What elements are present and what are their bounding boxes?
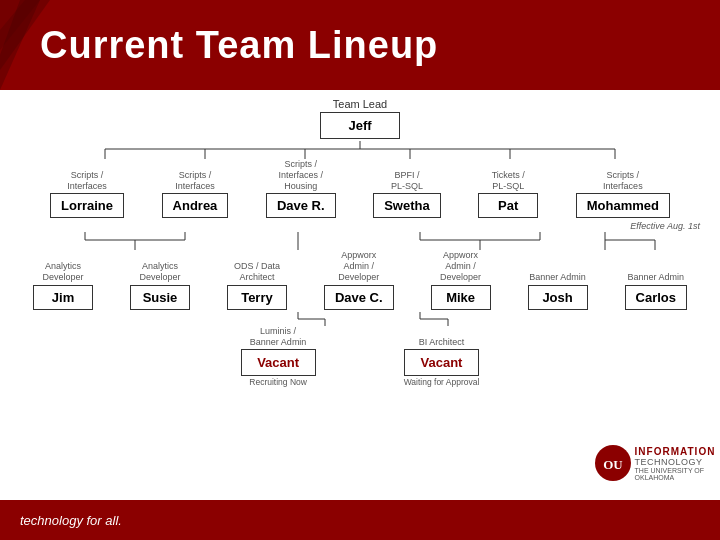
header-bar: Current Team Lineup	[0, 0, 720, 90]
vacant2-subnote: Waiting for Approval	[404, 377, 480, 387]
vacant2-role: BI Architect	[419, 337, 465, 348]
terry-role: ODS / DataArchitect	[234, 261, 280, 283]
jim-role: AnalyticsDeveloper	[42, 261, 83, 283]
logo-information: INFORMATION	[635, 446, 716, 457]
page-title: Current Team Lineup	[40, 24, 438, 67]
person-susie: Susie	[130, 285, 190, 310]
swetha-role: BPFI /PL-SQL	[391, 170, 423, 192]
effective-note: Effective Aug. 1st	[630, 221, 700, 231]
team-lead-label: Team Lead	[333, 98, 387, 110]
level3-carlos-col: Banner Admin Carlos	[625, 272, 687, 310]
footer-bar: technology for all.	[0, 500, 720, 540]
svg-text:OU: OU	[603, 457, 623, 472]
pat-role: Tickets /PL-SQL	[492, 170, 525, 192]
org-chart: Team Lead Jeff Scripts /Interfaces	[10, 98, 710, 389]
person-terry: Terry	[227, 285, 287, 310]
person-andrea: Andrea	[162, 193, 229, 218]
level2-row: Scripts /Interfaces Lorraine Scripts /In…	[40, 159, 680, 218]
lorraine-role: Scripts /Interfaces	[67, 170, 107, 192]
level1-jeff-col: Jeff	[320, 112, 400, 139]
footer-tagline: technology for all.	[20, 513, 122, 528]
level3-josh-col: Banner Admin Josh	[528, 272, 588, 310]
level3-susie-col: AnalyticsDeveloper Susie	[130, 261, 190, 310]
person-vacant1: Vacant	[241, 349, 316, 376]
daver-role: Scripts /Interfaces /Housing	[278, 159, 323, 191]
person-lorraine: Lorraine	[50, 193, 124, 218]
connector-l3-to-l4	[30, 312, 690, 326]
level1-row: Jeff	[10, 112, 710, 139]
level4-row: Luminis /Banner Admin Vacant Recruiting …	[30, 326, 690, 388]
vacant1-subnote: Recruiting Now	[249, 377, 307, 387]
level3-terry-col: ODS / DataArchitect Terry	[227, 261, 287, 310]
person-vacant2: Vacant	[404, 349, 479, 376]
level3-row: AnalyticsDeveloper Jim AnalyticsDevelope…	[25, 250, 695, 309]
it-logo-text: INFORMATION TECHNOLOGY THE UNIVERSITY OF…	[635, 446, 716, 481]
mike-role: AppworxAdmin /Developer	[440, 250, 481, 282]
vacant1-role: Luminis /Banner Admin	[250, 326, 307, 348]
level3-jim-col: AnalyticsDeveloper Jim	[33, 261, 93, 310]
deco-top-left	[0, 0, 70, 90]
connector-jeff-to-l2	[50, 141, 670, 159]
andrea-role: Scripts /Interfaces	[175, 170, 215, 192]
level4-vacant2-col: BI Architect Vacant Waiting for Approval	[404, 337, 480, 388]
level3-davec-col: AppworxAdmin /Developer Dave C.	[324, 250, 394, 309]
ou-logo-circle: OU	[595, 445, 631, 481]
person-jeff: Jeff	[320, 112, 400, 139]
logo-university: THE UNIVERSITY OF OKLAHOMA	[635, 467, 716, 481]
person-mike: Mike	[431, 285, 491, 310]
level2-mohammed-col: Scripts /Interfaces Mohammed	[576, 170, 670, 219]
person-jim: Jim	[33, 285, 93, 310]
mohammed-role: Scripts /Interfaces	[603, 170, 643, 192]
level4-vacant1-col: Luminis /Banner Admin Vacant Recruiting …	[241, 326, 316, 388]
level3-mike-col: AppworxAdmin /Developer Mike	[431, 250, 491, 309]
carlos-role: Banner Admin	[627, 272, 684, 283]
person-carlos: Carlos	[625, 285, 687, 310]
level2-swetha-col: BPFI /PL-SQL Swetha	[373, 170, 441, 219]
person-davec: Dave C.	[324, 285, 394, 310]
logo-area: OU INFORMATION TECHNOLOGY THE UNIVERSITY…	[600, 428, 710, 498]
level2-andrea-col: Scripts /Interfaces Andrea	[162, 170, 229, 219]
logo-technology: TECHNOLOGY	[635, 457, 716, 467]
person-pat: Pat	[478, 193, 538, 218]
josh-role: Banner Admin	[529, 272, 586, 283]
person-josh: Josh	[528, 285, 588, 310]
level2-lorraine-col: Scripts /Interfaces Lorraine	[50, 170, 124, 219]
person-mohammed: Mohammed	[576, 193, 670, 218]
davec-role: AppworxAdmin /Developer	[338, 250, 379, 282]
susie-role: AnalyticsDeveloper	[139, 261, 180, 283]
person-swetha: Swetha	[373, 193, 441, 218]
it-logo: OU INFORMATION TECHNOLOGY THE UNIVERSITY…	[595, 445, 716, 481]
connector-l2-to-l3	[30, 232, 690, 250]
person-daver: Dave R.	[266, 193, 336, 218]
level2-daver-col: Scripts /Interfaces /Housing Dave R.	[266, 159, 336, 218]
level2-pat-col: Tickets /PL-SQL Pat	[478, 170, 538, 219]
